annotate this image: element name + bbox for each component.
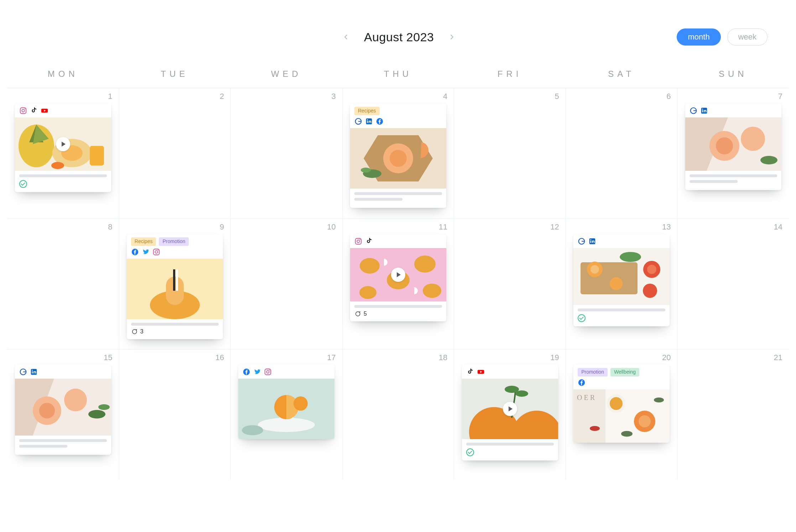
- day-number: 10: [327, 222, 335, 232]
- svg-point-72: [98, 404, 110, 410]
- weekday-label: SUN: [677, 60, 789, 88]
- weekday-label: SAT: [566, 60, 677, 88]
- post-thumbnail: [685, 117, 781, 171]
- day-number: 13: [662, 222, 671, 232]
- post-card[interactable]: Recipes: [350, 103, 446, 208]
- svg-point-21: [361, 168, 371, 173]
- channel-icons: [350, 117, 446, 128]
- week-row: 8 9 Recipes Promotion: [7, 219, 789, 349]
- day-number: 15: [104, 353, 112, 362]
- day-cell[interactable]: 9 Recipes Promotion: [119, 219, 231, 349]
- linkedin-icon: [365, 117, 373, 125]
- tiktok-icon: [365, 237, 373, 245]
- svg-point-99: [621, 431, 633, 437]
- post-footer: 3: [127, 319, 223, 339]
- svg-point-98: [590, 426, 600, 431]
- post-card[interactable]: [15, 103, 111, 192]
- day-cell[interactable]: 16: [119, 349, 231, 480]
- day-cell[interactable]: 19: [454, 349, 566, 480]
- google-icon: [19, 368, 27, 376]
- comment-icon: [131, 328, 137, 335]
- day-cell[interactable]: 7: [677, 88, 789, 218]
- calendar-app: August 2023 month week MON TUE WED THU F…: [0, 0, 796, 532]
- channel-icons: [127, 248, 223, 259]
- day-cell[interactable]: 6: [566, 88, 677, 218]
- post-card[interactable]: [15, 364, 111, 455]
- day-cell[interactable]: 1: [7, 88, 119, 218]
- post-footer: [350, 189, 446, 208]
- day-cell[interactable]: 18: [342, 349, 454, 480]
- google-icon: [578, 237, 586, 245]
- day-cell[interactable]: 2: [119, 88, 231, 218]
- post-card[interactable]: [238, 364, 334, 439]
- youtube-icon: [41, 107, 48, 115]
- day-cell[interactable]: 20 Promotion Wellbeing O E R: [566, 349, 677, 480]
- day-number: 2: [220, 92, 224, 101]
- approved-icon: [578, 314, 586, 322]
- svg-point-28: [716, 137, 733, 154]
- svg-point-14: [367, 119, 368, 120]
- svg-point-43: [360, 239, 360, 240]
- day-number: 11: [439, 222, 447, 232]
- svg-point-53: [590, 239, 591, 240]
- post-card[interactable]: 5: [350, 234, 446, 321]
- post-thumbnail: [15, 379, 111, 436]
- play-icon: [56, 137, 70, 151]
- weekday-label: TUE: [119, 60, 231, 88]
- play-icon: [391, 268, 405, 282]
- svg-point-30: [760, 156, 777, 164]
- day-cell[interactable]: 21: [677, 349, 789, 480]
- day-cell[interactable]: 5: [454, 88, 566, 218]
- day-number: 3: [331, 92, 335, 101]
- day-cell[interactable]: 3: [230, 88, 342, 218]
- day-number: 17: [327, 353, 335, 362]
- svg-rect-65: [32, 371, 32, 373]
- tiktok-icon: [466, 368, 474, 376]
- comment-icon: [354, 311, 361, 317]
- day-number: 14: [774, 222, 782, 232]
- view-week-button[interactable]: week: [727, 28, 768, 46]
- day-cell[interactable]: 14: [677, 219, 789, 349]
- svg-rect-24: [702, 110, 703, 112]
- facebook-icon: [376, 117, 384, 125]
- linkedin-icon: [700, 107, 708, 115]
- day-cell[interactable]: 15: [7, 349, 119, 480]
- svg-rect-52: [591, 241, 591, 243]
- day-cell[interactable]: 13: [566, 219, 677, 349]
- day-cell[interactable]: 17: [230, 349, 342, 480]
- svg-point-82: [242, 425, 263, 435]
- prev-month-button[interactable]: [342, 33, 350, 41]
- post-thumbnail: [127, 259, 223, 319]
- day-cell[interactable]: 12: [454, 219, 566, 349]
- linkedin-icon: [30, 368, 38, 376]
- svg-point-81: [293, 396, 308, 411]
- day-cell[interactable]: 4 Recipes: [342, 88, 454, 218]
- svg-point-61: [610, 277, 623, 290]
- next-month-button[interactable]: [448, 33, 456, 41]
- day-number: 6: [666, 92, 671, 101]
- post-card[interactable]: Recipes Promotion: [127, 234, 223, 339]
- day-cell[interactable]: 8: [7, 219, 119, 349]
- weekday-label: WED: [230, 60, 342, 88]
- post-card[interactable]: [462, 364, 558, 460]
- svg-point-19: [390, 150, 407, 167]
- day-cell[interactable]: 11: [342, 219, 454, 349]
- post-card[interactable]: Promotion Wellbeing O E R: [573, 364, 670, 443]
- post-card[interactable]: [573, 234, 670, 326]
- svg-point-1: [22, 109, 24, 112]
- svg-point-45: [360, 258, 380, 274]
- view-month-button[interactable]: month: [677, 28, 720, 46]
- svg-point-100: [654, 397, 664, 402]
- svg-point-69: [39, 403, 55, 418]
- post-card[interactable]: [685, 103, 781, 190]
- svg-point-97: [639, 415, 651, 427]
- post-footer: 5: [350, 301, 446, 321]
- tag-wellbeing: Wellbeing: [610, 368, 639, 376]
- svg-point-62: [620, 252, 641, 262]
- weekday-label: MON: [7, 60, 119, 88]
- tag-promotion: Promotion: [578, 368, 608, 376]
- day-cell[interactable]: 10: [230, 219, 342, 349]
- svg-point-29: [741, 127, 765, 151]
- svg-point-48: [423, 284, 441, 298]
- comment-count: 3: [140, 328, 144, 335]
